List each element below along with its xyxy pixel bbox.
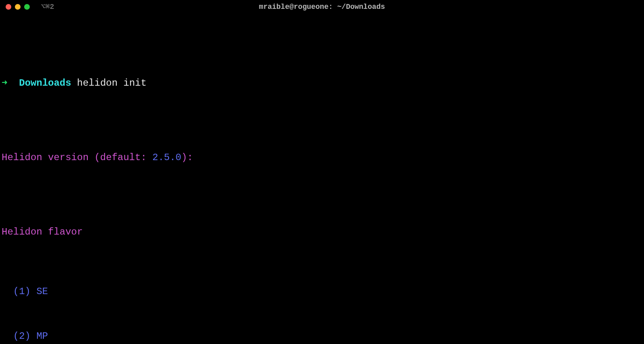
prompt-question-version: Helidon version (default: 2.5.0): xyxy=(2,150,642,165)
prompt-line: ➜ Downloads helidon init xyxy=(2,76,642,91)
option-flavor-1: (1) SE xyxy=(2,284,642,299)
command-input: helidon init xyxy=(71,78,147,89)
prompt-arrow-icon: ➜ xyxy=(2,78,7,89)
option-flavor-2: (2) MP xyxy=(2,329,642,344)
title-bar: ⌥⌘2 mraible@rogueone: ~/Downloads xyxy=(0,0,644,14)
terminal-output[interactable]: ➜ Downloads helidon init Helidon version… xyxy=(0,14,644,344)
minimize-window-button[interactable] xyxy=(15,4,21,10)
cwd: Downloads xyxy=(7,78,71,89)
traffic-lights xyxy=(6,4,30,10)
zoom-window-button[interactable] xyxy=(24,4,30,10)
prompt-question-flavor: Helidon flavor xyxy=(2,225,642,239)
window-title: mraible@rogueone: ~/Downloads xyxy=(0,0,644,14)
tab-shortcut-hint: ⌥⌘2 xyxy=(41,0,54,14)
close-window-button[interactable] xyxy=(6,4,11,10)
